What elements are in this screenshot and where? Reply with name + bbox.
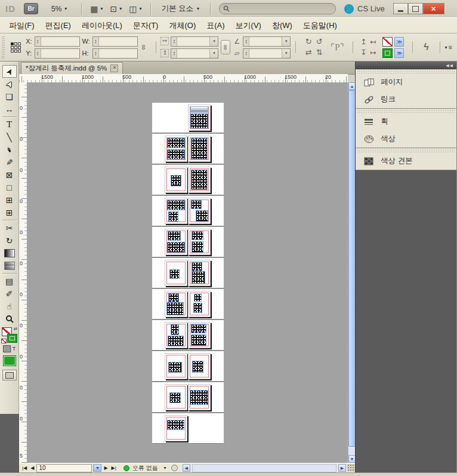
page-dropdown-button[interactable]: ▼ [93,464,101,472]
select-content-button[interactable]: ↧ [359,47,368,58]
page-thumbnail[interactable] [188,322,211,348]
measure-tool[interactable]: ✐ [2,287,17,300]
image-frame[interactable] [194,294,202,302]
rotate-cw-button[interactable]: ↻ [303,36,314,47]
image-frame[interactable] [166,302,184,316]
fill-stroke-proxy[interactable]: ⇄ [2,327,17,343]
image-frame[interactable] [191,138,208,160]
w-field[interactable]: ▴▾ [92,36,138,47]
h-field[interactable]: ▴▾ [92,48,138,59]
spread[interactable] [152,103,224,133]
panel-group-drag-bar[interactable] [357,109,455,113]
hand-tool[interactable]: ☝ [2,300,17,312]
stroke-color-swatch[interactable] [382,48,393,58]
stroke-dropdown-button[interactable]: ≫ [394,48,404,58]
constrain-scale-button[interactable]: ∞ [221,40,230,54]
image-frame[interactable] [192,231,203,240]
flip-vertical-button[interactable]: ⇅ [314,47,325,58]
stepper-icon[interactable]: ▴▾ [243,37,249,46]
scroll-left-button[interactable]: ◀ [183,464,190,472]
image-frame[interactable] [168,362,182,373]
stepper-icon[interactable]: ▴▾ [93,37,99,46]
spread[interactable] [152,227,224,257]
image-frame[interactable] [167,420,185,431]
stroke-swatch-green[interactable] [7,334,17,343]
apply-color-button[interactable] [3,355,16,366]
page-thumbnail[interactable] [165,353,187,379]
menu-item[interactable]: 표(A) [201,18,230,33]
chevron-down-icon[interactable]: ▾ [282,49,290,58]
pencil-tool[interactable]: ✎ [2,156,17,168]
menu-item[interactable]: 레이아웃(L) [76,18,128,33]
image-frame[interactable] [169,269,180,279]
select-next-button[interactable]: ↦ [368,47,378,58]
page-thumbnail[interactable] [165,291,187,317]
image-frame[interactable] [168,211,178,222]
page-thumbnail[interactable] [165,384,187,410]
image-frame[interactable] [192,241,203,252]
select-previous-button[interactable]: ↤ [368,36,378,47]
rectangle-frame-tool[interactable]: ⊠ [2,168,17,181]
vertical-ruler[interactable]: 000000000005 [19,82,27,463]
bridge-button[interactable]: Br [24,3,38,14]
page-thumbnail[interactable] [188,291,211,317]
menu-item[interactable]: 창(W) [267,18,298,33]
image-frame[interactable] [167,242,185,253]
panel-group-drag-bar[interactable] [357,148,455,152]
image-frame[interactable] [190,106,208,113]
formatting-text-icon[interactable]: T [13,346,16,352]
image-frame[interactable] [191,170,207,190]
zoom-level-dropdown[interactable]: 5% ▾ [51,5,67,13]
panel-button-페이지[interactable]: 페이지 [356,73,456,91]
page-thumbnail[interactable] [188,229,211,255]
page-number-field[interactable]: 10 [36,464,92,472]
reference-point-proxy[interactable] [11,42,21,53]
close-button[interactable]: × [423,3,444,14]
type-tool[interactable]: T [2,118,17,131]
scissors-tool[interactable]: ✂ [2,222,17,234]
line-tool[interactable]: ╲ [2,131,17,143]
scale-y-combo[interactable]: ▴▾▾ [171,48,218,59]
image-frame[interactable] [167,200,185,210]
search-box[interactable] [219,3,336,14]
next-page-button[interactable]: ▶ [103,465,109,471]
y-field[interactable]: ▴▾ [35,48,80,59]
search-input[interactable] [232,5,332,13]
cs-live-button[interactable]: CS Live [344,4,385,14]
page-thumbnail[interactable] [188,167,211,193]
image-frame[interactable] [168,336,184,346]
rotate-ccw-button[interactable]: ↺ [314,36,325,47]
stepper-icon[interactable]: ▴▾ [35,37,41,46]
formatting-container-icon[interactable] [3,345,11,352]
image-frame[interactable] [168,231,181,241]
page-thumbnail[interactable] [188,136,211,162]
spread[interactable] [152,289,224,319]
collapse-panels-icon[interactable]: ◀◀ [446,63,453,68]
last-page-button[interactable]: ▶| [110,465,118,471]
chevron-down-icon[interactable]: ▾ [209,37,218,46]
view-options-dropdown[interactable]: ▦ ▾ [90,4,103,14]
image-frame[interactable] [192,361,203,373]
horizontal-ruler[interactable]: 1500100050005001000150020 [19,74,348,83]
image-frame[interactable] [192,271,205,284]
screen-mode-dropdown[interactable]: ⊡ ▾ [110,4,122,14]
tab-close-icon[interactable]: × [110,65,118,72]
first-page-button[interactable]: |◀ [21,465,28,471]
panel-button-링크[interactable]: 링크 [356,91,456,108]
image-frame[interactable] [196,210,208,222]
default-fill-stroke-icon[interactable] [1,339,7,343]
spread[interactable] [152,134,224,164]
page-thumbnail[interactable] [188,105,211,131]
stepper-icon[interactable]: ▴▾ [243,49,249,58]
scroll-right-button[interactable]: ▶ [338,464,346,472]
scale-x-combo[interactable]: ▴▾▾ [171,36,218,47]
menu-item[interactable]: 문자(T) [128,18,164,33]
page-thumbnail[interactable] [188,384,211,410]
image-frame[interactable] [190,390,208,404]
page-thumbnail[interactable] [188,353,211,379]
horizontal-scrollbar[interactable] [192,464,336,472]
shear-angle-combo[interactable]: ▴▾▾ [243,48,291,59]
zoom-tool[interactable] [2,312,17,325]
panel-button-색상 견본[interactable]: 색상 견본 [356,152,456,170]
menu-item[interactable]: 도움말(H) [298,18,342,33]
